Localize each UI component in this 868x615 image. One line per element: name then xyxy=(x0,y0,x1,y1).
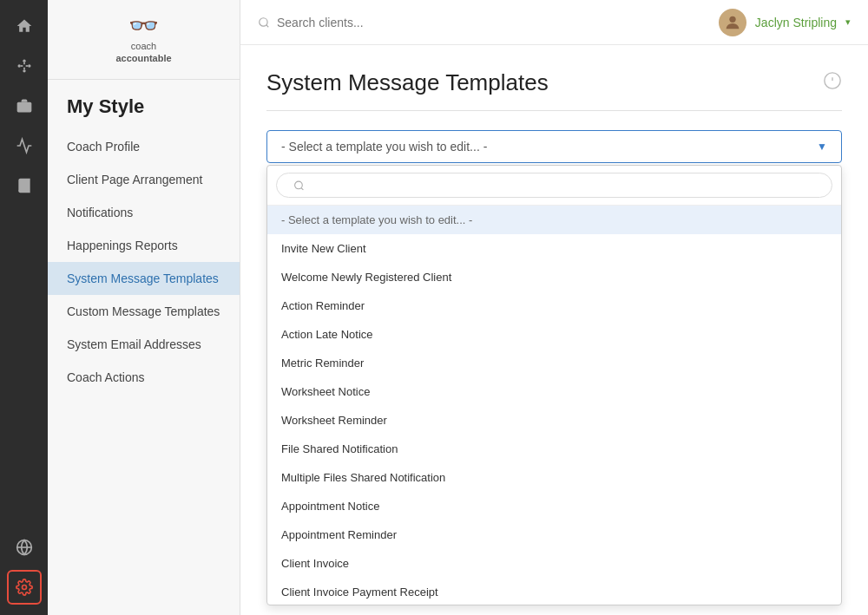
svg-point-0 xyxy=(17,64,20,67)
sidebar-nav-item[interactable]: Custom Message Templates xyxy=(48,295,240,328)
svg-line-13 xyxy=(266,24,269,27)
page-title: System Message Templates xyxy=(266,69,549,96)
briefcase-icon[interactable] xyxy=(7,88,42,123)
svg-point-12 xyxy=(260,17,267,25)
search-area xyxy=(258,16,708,29)
dropdown-search-icon xyxy=(293,180,305,191)
divider xyxy=(266,110,842,111)
avatar xyxy=(719,9,746,36)
svg-point-2 xyxy=(28,64,30,67)
sidebar-nav-item[interactable]: Coach Profile xyxy=(48,130,240,163)
content-area: System Message Templates - Select a temp… xyxy=(240,45,868,615)
sidebar-nav-item[interactable]: Client Page Arrangement xyxy=(48,163,240,196)
dropdown-search-wrap xyxy=(267,166,841,206)
sidebar-nav-item[interactable]: Notifications xyxy=(48,196,240,229)
template-select-container: - Select a template you wish to edit... … xyxy=(266,130,842,163)
dropdown-item[interactable]: Welcome Newly Registered Client xyxy=(267,263,841,291)
svg-rect-8 xyxy=(16,102,31,113)
book-icon[interactable] xyxy=(7,168,42,203)
network-icon[interactable] xyxy=(7,49,42,83)
user-name: Jaclyn Stripling xyxy=(755,16,837,29)
dropdown-item[interactable]: Action Reminder xyxy=(267,291,841,320)
search-input[interactable] xyxy=(277,16,494,29)
dropdown-item[interactable]: Multiple Files Shared Notification xyxy=(267,463,841,492)
sidebar-title: My Style xyxy=(48,80,240,127)
svg-point-18 xyxy=(295,181,303,189)
topbar: Jaclyn Stripling ▾ xyxy=(240,0,868,45)
svg-point-1 xyxy=(23,60,25,62)
dropdown-item[interactable]: Worksheet Notice xyxy=(267,377,841,406)
icon-bar xyxy=(0,0,48,615)
dropdown-panel: - Select a template you wish to edit... … xyxy=(266,165,842,605)
dropdown-item[interactable]: Client Invoice Payment Receipt xyxy=(267,578,841,605)
select-trigger-text: - Select a template you wish to edit... … xyxy=(281,140,487,154)
sidebar-nav-item[interactable]: Coach Actions xyxy=(48,361,240,394)
dropdown-item[interactable]: Worksheet Reminder xyxy=(267,406,841,435)
settings-icon[interactable] xyxy=(7,570,42,605)
dropdown-item[interactable]: Client Invoice xyxy=(267,549,841,578)
hint-icon[interactable] xyxy=(823,71,842,95)
svg-point-14 xyxy=(729,16,735,22)
chart-icon[interactable] xyxy=(7,128,42,163)
home-icon[interactable] xyxy=(7,9,42,43)
dropdown-item[interactable]: Action Late Notice xyxy=(267,320,841,349)
dropdown-item[interactable]: Invite New Client xyxy=(267,234,841,263)
dropdown-item[interactable]: - Select a template you wish to edit... … xyxy=(267,206,841,234)
dropdown-search-container xyxy=(276,173,832,198)
sidebar-nav-item[interactable]: System Email Addresses xyxy=(48,328,240,361)
dropdown-item[interactable]: Appointment Notice xyxy=(267,492,841,520)
user-area[interactable]: Jaclyn Stripling ▾ xyxy=(719,9,851,36)
search-icon xyxy=(258,16,270,29)
sidebar-nav-item[interactable]: System Message Templates xyxy=(48,262,240,295)
svg-line-19 xyxy=(301,187,303,189)
svg-point-3 xyxy=(23,69,25,72)
select-chevron-icon: ▼ xyxy=(817,141,827,153)
template-select-trigger[interactable]: - Select a template you wish to edit... … xyxy=(266,130,842,163)
dropdown-item[interactable]: Appointment Reminder xyxy=(267,520,841,549)
globe-icon[interactable] xyxy=(7,530,42,565)
svg-point-11 xyxy=(22,586,26,590)
sidebar-logo: 👓 coachaccountable xyxy=(48,0,240,80)
main-content: Jaclyn Stripling ▾ System Message Templa… xyxy=(240,0,868,615)
dropdown-list: - Select a template you wish to edit... … xyxy=(267,206,841,605)
sidebar-nav: Coach ProfileClient Page ArrangementNoti… xyxy=(48,127,240,397)
sidebar: 👓 coachaccountable My Style Coach Profil… xyxy=(48,0,240,615)
dropdown-search-input[interactable] xyxy=(276,173,832,198)
dropdown-item[interactable]: Metric Reminder xyxy=(267,349,841,377)
chevron-down-icon: ▾ xyxy=(845,16,851,28)
page-header: System Message Templates xyxy=(266,69,842,96)
dropdown-item[interactable]: File Shared Notification xyxy=(267,435,841,463)
sidebar-nav-item[interactable]: Happenings Reports xyxy=(48,229,240,262)
